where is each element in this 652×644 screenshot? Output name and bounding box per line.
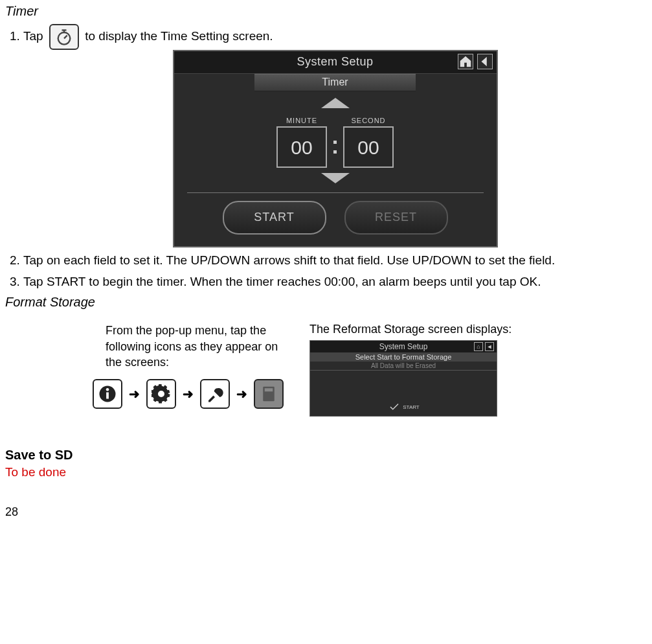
heading-save-to-sd: Save to SD — [5, 448, 647, 463]
mini-body — [310, 370, 497, 399]
device-screenshot-reformat: System Setup ⌂ ◄ Select Start to Format … — [309, 340, 497, 417]
format-storage-right-text: The Reformat Storage screen displays: — [309, 323, 511, 336]
mini-title-icons: ⌂ ◄ — [474, 342, 494, 351]
step-1-prefix: Tap — [23, 29, 43, 43]
back-icon[interactable] — [477, 54, 493, 69]
timer-icon — [49, 24, 79, 50]
device-tab-timer: Timer — [254, 74, 416, 91]
second-label: SECOND — [351, 116, 385, 125]
reset-button[interactable]: RESET — [344, 201, 448, 235]
device-body: MINUTE 00 SECOND 00 START RESET — [174, 91, 497, 246]
device-title: System Setup — [297, 54, 373, 69]
device-titlebar: System Setup — [174, 51, 497, 74]
minute-column: MINUTE 00 — [276, 116, 327, 168]
mini-titlebar: System Setup ⌂ ◄ — [310, 341, 497, 352]
svg-rect-5 — [265, 389, 273, 392]
mini-line2: All Data will be Erased — [310, 362, 497, 370]
minute-field[interactable]: 00 — [276, 126, 327, 168]
arrow-icon: ➜ — [183, 385, 194, 403]
minute-label: MINUTE — [286, 116, 317, 125]
device-screenshot-timer: System Setup Timer MINUTE — [173, 50, 498, 247]
step-2: Tap on each field to set it. The UP/DOWN… — [23, 253, 647, 269]
step-3: Tap START to begin the timer. When the t… — [23, 274, 647, 290]
svg-point-3 — [106, 388, 109, 391]
section-heading-timer: Timer — [5, 4, 647, 19]
gear-icon[interactable] — [146, 379, 176, 409]
second-field[interactable]: 00 — [343, 126, 394, 168]
home-icon[interactable] — [458, 54, 473, 69]
tools-icon[interactable] — [200, 379, 230, 409]
info-icon[interactable] — [93, 379, 122, 409]
device-button-row: START RESET — [187, 201, 484, 238]
arrow-up-icon[interactable] — [321, 98, 350, 108]
home-icon[interactable]: ⌂ — [474, 342, 483, 351]
device-title-icons — [458, 54, 493, 69]
storage-icon[interactable] — [254, 379, 284, 409]
mini-line1: Select Start to Format Storage — [310, 352, 497, 362]
page-number: 28 — [5, 505, 647, 519]
format-storage-left: From the pop-up menu, tap the following … — [106, 323, 284, 417]
start-button[interactable]: START — [223, 201, 326, 235]
timer-row: MINUTE 00 SECOND 00 — [187, 111, 484, 170]
arrow-down-icon[interactable] — [321, 173, 350, 183]
step-1: Tap to display the Time Setting screen. … — [23, 24, 647, 247]
icon-path: ➜ ➜ ➜ — [93, 379, 284, 409]
step-1-suffix: to display the Time Setting screen. — [82, 29, 273, 43]
arrow-icon: ➜ — [129, 385, 140, 403]
mini-title: System Setup — [379, 342, 428, 351]
tbd-text: To be done — [5, 465, 647, 479]
format-storage-block: From the pop-up menu, tap the following … — [5, 323, 647, 417]
format-storage-right: The Reformat Storage screen displays: Sy… — [309, 323, 511, 417]
back-icon[interactable]: ◄ — [485, 342, 494, 351]
svg-rect-2 — [106, 393, 109, 399]
time-separator — [333, 128, 337, 167]
instruction-list: Tap to display the Time Setting screen. … — [5, 24, 647, 290]
second-column: SECOND 00 — [343, 116, 394, 168]
format-storage-left-text: From the pop-up menu, tap the following … — [106, 323, 284, 370]
mini-start-label: START — [403, 404, 419, 410]
divider — [187, 192, 484, 193]
mini-start-button[interactable]: START — [310, 399, 497, 416]
arrow-icon: ➜ — [236, 385, 247, 403]
section-heading-format-storage: Format Storage — [5, 295, 647, 310]
